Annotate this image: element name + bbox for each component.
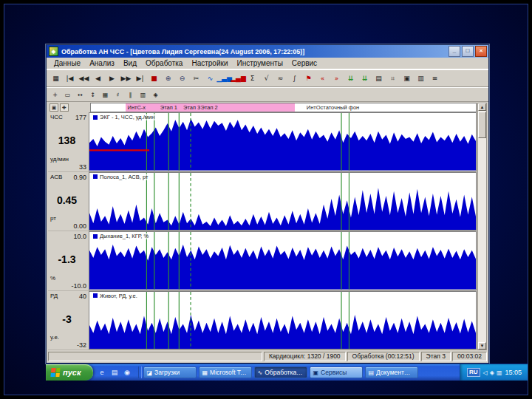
layers-icon[interactable]: ≡ [428,72,442,84]
plot-row-asv: АСВ 0.90 0.45 рт 0.00 Полоса_1, АСВ, рт [48,172,477,232]
scale-min: -32 [77,341,86,349]
plot-gutter-hr: ЧСС 177 138 уд/мин 33 [48,112,89,171]
taskbar-clock: 15:05 [505,369,522,376]
stage-timeline[interactable]: ИнтС-х Этап 1 Этап 3 Этап 2 ИнтОстаточны… [90,103,477,112]
legend-swatch-icon [93,234,98,239]
task-icon: ▣ [313,369,319,376]
sqrt-icon[interactable]: √ [259,72,273,84]
plot-row-breath: 10.0 -1.3 % -10.0 Дыхание_1, КГР, % [48,231,477,291]
close-button[interactable]: × [475,46,487,57]
plot-gutter-rd: РД 40 -3 у.е. -32 [48,291,89,350]
task-button[interactable]: ▣ Сервисы [310,366,363,378]
scrollbar-thumb[interactable] [478,112,486,138]
smooth-icon[interactable]: ≈ [273,72,287,84]
title-bar[interactable]: ◈ Обработка АН ЧСС - [Цветова Лидия Серг… [47,45,488,58]
step-back-icon[interactable]: ◀ [91,72,105,84]
status-segment: 00:03:02 [452,352,487,361]
select-region-icon[interactable]: ▭ [61,90,74,100]
snap-icon[interactable]: ♯ [112,90,124,100]
print-strip-icon[interactable]: ▣ [50,103,58,112]
antivirus-icon[interactable]: ◈ [490,369,494,376]
stop-icon[interactable]: ■ [147,72,161,84]
maximize-button[interactable]: □ [462,46,474,57]
histogram-icon[interactable]: ▂▄▆ [231,72,245,84]
flag-marker-icon[interactable]: ⚑ [301,72,316,84]
timeline-left-label: ИнтС-х [127,104,146,111]
columns-icon[interactable]: ▥ [414,72,428,84]
language-indicator[interactable]: RU [467,368,480,377]
plot-title: ЭКГ - 1, ЧСС, уд./мин [92,114,156,120]
split-view-icon[interactable]: ▥ [137,90,149,100]
task-button[interactable]: ∿ Обработка -... [254,366,307,378]
signal-plot-asv[interactable]: Полоса_1, АСВ, рт [89,172,477,231]
sum-icon[interactable]: Σ [245,72,259,84]
export-down-icon[interactable]: ⇊ [344,72,358,84]
status-segment: Кардиоцикл: 1320 / 1900 [264,352,346,361]
network-icon[interactable]: ▥ [497,369,502,376]
stage-label-1: Этап 1 [160,104,177,111]
scale-max: 10.0 [73,233,86,240]
rewind-icon[interactable]: ◀◀ [77,72,91,84]
channel-label: АСВ [50,174,62,180]
show-desktop-icon[interactable]: ▤ [109,366,120,378]
scale-min: 33 [79,163,86,171]
menu-item[interactable]: Данные [50,59,85,67]
vertical-scrollbar[interactable]: ▲ ▼ [477,103,487,350]
internet-explorer-icon[interactable]: e [97,366,108,378]
menu-item[interactable]: Вид [119,59,141,67]
fit-height-icon[interactable]: ↕ [86,90,99,100]
import-down-icon[interactable]: ⇊ [358,72,372,84]
zoom-in-icon[interactable]: ⊕ [161,72,175,84]
signal-plot-breath[interactable]: Дыхание_1, КГР, % [89,231,477,290]
fit-width-icon[interactable]: ↔ [74,90,86,100]
legend-swatch-icon [93,293,98,298]
table-view-icon[interactable]: ▤ [372,72,386,84]
task-button[interactable]: ◪ Загрузки [143,366,197,378]
header-tools: ▣ ✚ [48,103,90,112]
signal-plot-rd[interactable]: Живот, РД, у.е. [89,291,477,350]
shift-left-icon[interactable]: « [316,72,330,84]
calculator-icon[interactable]: ⌗ [386,72,400,84]
menu-item[interactable]: Обработка [141,59,187,67]
menu-item[interactable]: Инструменты [232,59,287,67]
task-icon: ∿ [258,369,263,376]
report-icon[interactable]: ▣ [400,72,414,84]
tray-icons: ◁ ◈ ▥ [483,369,502,376]
media-player-icon[interactable]: ◉ [122,366,133,378]
waveform-icon[interactable]: ∿ [203,72,217,84]
shift-right-icon[interactable]: » [330,72,344,84]
minimize-button[interactable]: _ [449,46,460,57]
grid-toggle-icon[interactable]: ▦ [99,90,112,100]
add-stage-icon[interactable]: ✚ [60,103,69,112]
status-segment: Обработка (00:12:51) [347,352,420,361]
data-grid-icon[interactable]: ▦ [49,72,63,84]
go-last-icon[interactable]: ▶| [133,72,147,84]
units-label: уд/мин [50,156,69,163]
scroll-down-icon[interactable]: ▼ [478,342,486,349]
start-button[interactable]: пуск [46,364,93,381]
app-icon: ◈ [49,47,58,56]
scrollbar-track[interactable] [478,139,486,342]
spectrum-icon[interactable]: ▁▃▅ [217,72,231,84]
markers-icon[interactable]: ∥ [124,90,137,100]
integral-icon[interactable]: ∫ [287,72,301,84]
menu-item[interactable]: Настройки [187,59,232,67]
edit-toolbar: + ▭ ↔ ↕ ▦ ♯ [47,87,488,102]
units-label: рт [50,215,56,222]
zoom-out-icon[interactable]: ⊖ [175,72,189,84]
task-button[interactable]: ▤ Документы ... [365,366,418,378]
task-button[interactable]: ▦ Microsoft Task... [199,366,252,378]
fast-forward-icon[interactable]: ▶▶ [119,72,133,84]
menu-item[interactable]: Сервис [287,59,321,67]
main-toolbar: ▦ |◀ ◀◀ ◀ ▶ ▶▶ [47,69,488,87]
play-icon[interactable]: ▶ [105,72,119,84]
scroll-up-icon[interactable]: ▲ [478,103,486,111]
menu-item[interactable]: Анализ [85,59,119,67]
go-first-icon[interactable]: |◀ [63,72,77,84]
signal-plot-hr[interactable]: ЭКГ - 1, ЧСС, уд./мин [89,112,477,171]
volume-icon[interactable]: ◁ [483,369,488,376]
task-icon: ▦ [202,369,208,376]
crosshair-icon[interactable]: + [49,90,61,100]
overlay-icon[interactable]: ◈ [149,90,162,100]
cut-icon[interactable]: ✂ [189,72,203,84]
